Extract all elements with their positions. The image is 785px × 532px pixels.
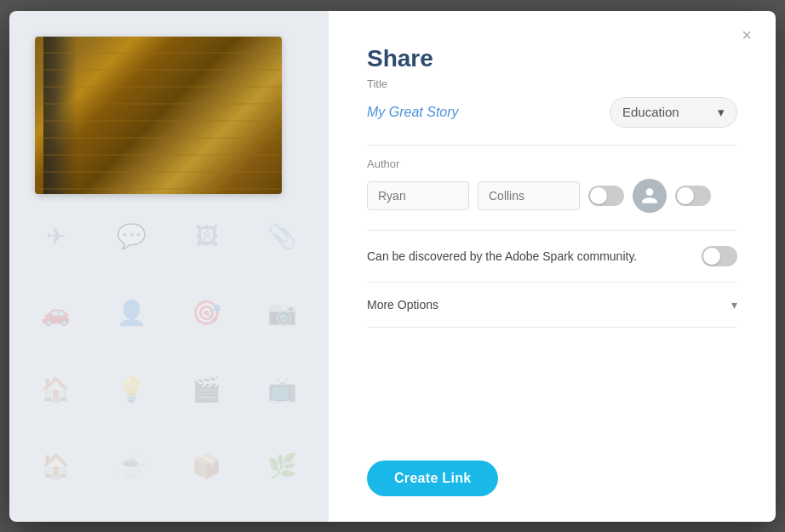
bg-icon-leaf: 🌿 (244, 437, 320, 496)
more-options-text: More Options (367, 298, 438, 312)
bg-icon-bulb: 💡 (94, 360, 169, 420)
author-last-input[interactable] (478, 181, 580, 210)
bg-icon-target: 🎯 (169, 283, 245, 343)
modal-title: Share (367, 45, 737, 72)
bg-icon-tv: 📺 (244, 360, 320, 420)
divider-3 (367, 282, 737, 283)
bg-icon-clip: 📎 (244, 207, 320, 266)
divider-1 (367, 145, 737, 146)
bg-icon-coffee: ☕ (94, 437, 169, 496)
bg-icon-car: 🚗 (18, 283, 94, 343)
more-options-row[interactable]: More Options ▾ (367, 295, 737, 315)
community-toggle[interactable] (702, 246, 737, 266)
author-name-toggle[interactable] (588, 186, 624, 206)
create-link-button[interactable]: Create Link (367, 460, 498, 496)
category-selected: Education (622, 105, 679, 119)
community-text: Can be discovered by the Adobe Spark com… (367, 249, 637, 263)
close-button[interactable]: × (735, 24, 759, 48)
avatar-toggle[interactable] (675, 186, 711, 206)
right-panel: × Share Title My Great Story Education ▾… (329, 11, 776, 522)
category-chevron-icon: ▾ (718, 105, 725, 120)
bg-icon-person: 👤 (94, 283, 169, 343)
left-panel: ✈ 💬 🖼 📎 🚗 👤 🎯 📷 🏠 💡 🎬 📺 🏠 ☕ 📦 🌿 (9, 11, 329, 522)
more-options-chevron-icon: ▾ (731, 298, 737, 312)
divider-4 (367, 327, 737, 328)
author-label: Author (367, 157, 737, 170)
bg-icon-chat: 💬 (94, 207, 169, 266)
bg-icon-home: 🏠 (18, 437, 94, 496)
bg-icon-box: 📦 (169, 437, 245, 496)
title-row: My Great Story Education ▾ (367, 97, 737, 128)
title-label: Title (367, 77, 737, 90)
author-row (367, 179, 737, 213)
spacer (367, 340, 737, 460)
bg-icon-film: 🎬 (169, 360, 245, 420)
bg-icon-house: 🏠 (18, 360, 94, 420)
author-first-input[interactable] (367, 181, 469, 210)
bg-icon-camera: 📷 (244, 283, 320, 343)
story-title: My Great Story (367, 105, 596, 120)
divider-2 (367, 230, 737, 231)
avatar-icon[interactable] (633, 179, 667, 213)
modal-backdrop: ✈ 💬 🖼 📎 🚗 👤 🎯 📷 🏠 💡 🎬 📺 🏠 ☕ 📦 🌿 × Share … (9, 11, 776, 522)
bg-icon-photo: 🖼 (169, 207, 245, 266)
category-dropdown[interactable]: Education ▾ (610, 97, 737, 128)
story-thumbnail (35, 37, 282, 194)
bg-icon-plane: ✈ (18, 207, 94, 266)
community-row: Can be discovered by the Adobe Spark com… (367, 243, 737, 270)
